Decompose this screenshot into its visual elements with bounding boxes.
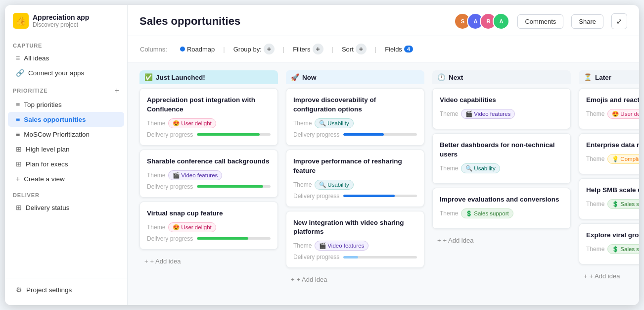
- progress-label: Delivery progress: [147, 183, 193, 190]
- theme-icon: 😍: [173, 224, 180, 231]
- card-meta: Theme 💲 Sales supp...: [586, 244, 639, 254]
- sidebar-item-all-ideas[interactable]: ≡ All ideas: [8, 51, 124, 65]
- toolbar-divider: |: [223, 46, 225, 53]
- progress-row: Delivery progress: [293, 131, 417, 138]
- comments-button[interactable]: Comments: [517, 14, 563, 29]
- columns-label: Columns:: [139, 43, 173, 55]
- sidebar-item-top-priorities[interactable]: ≡ Top priorities: [8, 97, 124, 112]
- column-later: ⏳ Later Emojis and reactions Theme 😍 Use…: [579, 70, 639, 297]
- grid-icon: ⊞: [16, 160, 22, 168]
- theme-icon: 💡: [612, 155, 619, 162]
- logo-icon: 👍: [13, 13, 29, 29]
- theme-badge[interactable]: 🔍 Usability: [315, 180, 353, 190]
- theme-badge[interactable]: 🔍 Usability: [461, 163, 500, 173]
- fields-button[interactable]: Fields 4: [379, 43, 418, 55]
- card-meta: Theme 🎬 Video features: [293, 241, 417, 251]
- theme-label-text: Theme: [293, 181, 312, 188]
- theme-badge[interactable]: 💲 Sales supp...: [607, 199, 639, 209]
- card-title: Improve evaluations and conversions: [440, 195, 563, 205]
- card[interactable]: Virtual snap cup feature Theme 😍 User de…: [139, 202, 278, 250]
- theme-label-text: Theme: [147, 224, 165, 231]
- section-label-capture: CAPTURE: [5, 37, 127, 51]
- main-content: Sales opportunities S A R A Comments Sha…: [128, 5, 639, 305]
- add-prioritize-button[interactable]: +: [115, 86, 119, 95]
- card[interactable]: Enterprise data residency Theme 💡 Compli…: [579, 133, 639, 174]
- add-idea-button[interactable]: + + Add idea: [432, 234, 571, 247]
- sidebar-item-delivery-status[interactable]: ⊞ Delivery status: [8, 200, 124, 215]
- sidebar-item-plan-for-execs[interactable]: ⊞ Plan for execs: [8, 156, 124, 171]
- card[interactable]: Explore viral growth lo... Theme 💲 Sales…: [579, 223, 639, 264]
- theme-badge[interactable]: 💲 Sales supp...: [607, 244, 639, 254]
- card[interactable]: Improve evaluations and conversions Them…: [432, 188, 571, 229]
- section-label-deliver: DELIVER: [5, 186, 127, 200]
- filters-label: Filters: [293, 46, 310, 53]
- card[interactable]: Appreciation post integration with Confl…: [139, 88, 278, 146]
- add-idea-button[interactable]: + + Add idea: [579, 269, 639, 283]
- theme-icon: 💲: [612, 201, 619, 207]
- progress-label: Delivery progress: [293, 131, 339, 138]
- theme-label: User delight: [620, 111, 639, 117]
- app-name: Appreciation app: [33, 13, 89, 21]
- sort-add-icon[interactable]: +: [356, 44, 367, 54]
- add-idea-button[interactable]: + + Add idea: [286, 273, 424, 286]
- sidebar-item-create-view[interactable]: + Create a view: [8, 171, 124, 186]
- card[interactable]: New integration with video sharing platf…: [286, 211, 424, 268]
- sidebar-item-high-level-plan[interactable]: ⊞ High level plan: [8, 142, 124, 156]
- sidebar-item-moscow[interactable]: ≡ MoSCow Prioritization: [8, 127, 124, 142]
- card[interactable]: Better dashboards for non-technical user…: [432, 133, 571, 184]
- theme-label: Sales supp...: [620, 246, 639, 252]
- card-meta: Theme 😍 User delight: [586, 109, 639, 119]
- groupby-add-icon[interactable]: +: [264, 44, 275, 54]
- theme-badge[interactable]: 😍 User delight: [168, 118, 216, 128]
- theme-badge[interactable]: 😍 User delight: [607, 109, 639, 119]
- card-meta: Theme 🔍 Usability: [293, 118, 417, 128]
- theme-label-text: Theme: [440, 110, 458, 117]
- card-title: Explore viral growth lo...: [586, 231, 639, 240]
- theme-icon: 🎬: [173, 172, 180, 179]
- theme-badge[interactable]: 🎬 Video features: [168, 170, 222, 180]
- theme-label: Video features: [181, 172, 218, 178]
- sidebar-item-sales-opportunities[interactable]: ≡ Sales opportunities: [8, 112, 124, 127]
- sidebar-item-label: MoSCow Prioritization: [24, 131, 90, 138]
- section-label-prioritize: PRIORITIZE: [13, 88, 48, 94]
- card[interactable]: Improve performance of resharing feature…: [286, 150, 424, 207]
- theme-badge[interactable]: 💡 Compliance: [607, 154, 639, 164]
- card-meta: Theme 🔍 Usability: [293, 180, 417, 190]
- card-title: Virtual snap cup feature: [147, 209, 271, 218]
- sidebar-item-connect-apps[interactable]: 🔗 Connect your apps: [8, 65, 124, 80]
- card[interactable]: Improve discoverability of configuration…: [286, 88, 424, 146]
- sidebar-item-project-settings[interactable]: ⚙ Project settings: [8, 282, 124, 297]
- theme-badge[interactable]: 🎬 Video features: [315, 241, 368, 251]
- sidebar-item-label: Delivery status: [26, 204, 70, 211]
- card[interactable]: Video capabilities Theme 🎬 Video feature…: [432, 88, 571, 129]
- theme-badge[interactable]: 😍 User delight: [168, 222, 216, 232]
- expand-button[interactable]: ⤢: [611, 13, 627, 29]
- filters-button[interactable]: Filters +: [287, 41, 328, 57]
- theme-badge[interactable]: 🔍 Usability: [315, 118, 353, 128]
- card[interactable]: Sharable conference call backgrounds The…: [139, 150, 278, 198]
- sidebar-item-label: Create a view: [24, 175, 65, 183]
- theme-label: User delight: [181, 224, 211, 230]
- share-button[interactable]: Share: [571, 14, 603, 29]
- progress-bar-fill: [343, 195, 395, 197]
- groupby-selector[interactable]: Group by: +: [228, 41, 280, 57]
- card[interactable]: Help SMB scale up Theme 💲 Sales supp...: [579, 178, 639, 219]
- card-meta: Theme 🔍 Usability: [440, 163, 563, 173]
- filters-add-icon[interactable]: +: [313, 44, 323, 54]
- add-idea-label: + Add idea: [297, 276, 327, 283]
- theme-badge[interactable]: 💲 Sales support: [461, 208, 513, 218]
- theme-label-text: Theme: [147, 120, 165, 127]
- theme-label: Video features: [474, 111, 510, 117]
- roadmap-selector[interactable]: Roadmap: [175, 43, 220, 55]
- card[interactable]: Emojis and reactions Theme 😍 User deligh…: [579, 88, 639, 129]
- sort-button[interactable]: Sort +: [336, 41, 372, 57]
- plus-icon: +: [291, 276, 295, 283]
- add-idea-button[interactable]: + + Add idea: [139, 255, 278, 268]
- plus-icon: +: [584, 272, 588, 280]
- add-idea-label: + Add idea: [443, 237, 474, 244]
- fields-label: Fields: [385, 46, 402, 53]
- theme-badge[interactable]: 🎬 Video features: [461, 109, 515, 119]
- theme-icon: 😍: [612, 110, 619, 117]
- plus-icon: +: [437, 237, 441, 244]
- add-idea-label: + Add idea: [590, 272, 620, 280]
